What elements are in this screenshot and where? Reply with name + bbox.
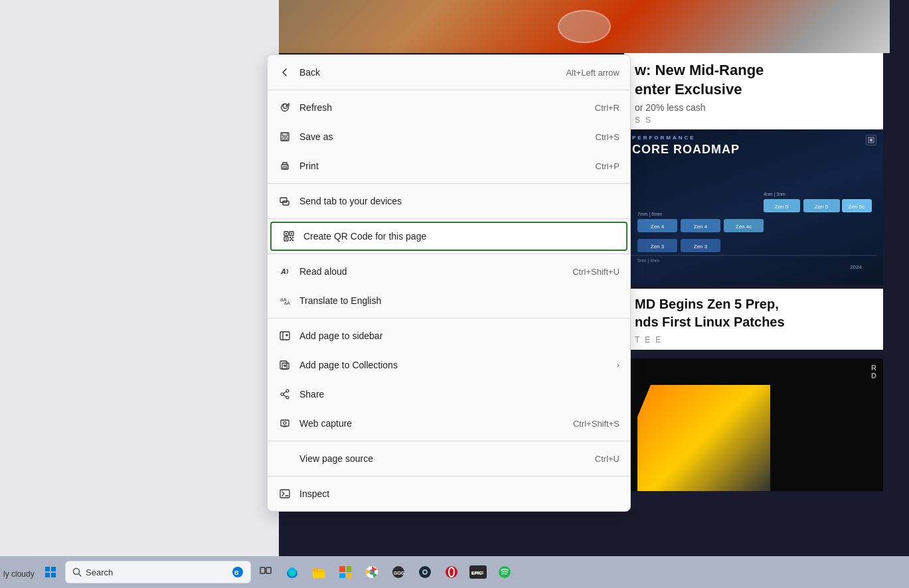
divider-6 (268, 441, 630, 441)
svg-point-54 (286, 390, 289, 392)
file-explorer-icon[interactable] (307, 560, 331, 584)
menu-item-refresh-shortcut: Ctrl+R (595, 103, 620, 113)
article-2-meta2: E (645, 335, 650, 344)
svg-text:GAMES: GAMES (471, 571, 484, 575)
svg-rect-42 (291, 238, 292, 240)
send-tab-icon (278, 194, 291, 208)
svg-text:aA: aA (284, 301, 290, 305)
menu-item-share-label: Share (299, 389, 620, 400)
menu-item-print[interactable]: Print Ctrl+P (268, 151, 630, 181)
menu-item-view-source-label: View page source (299, 453, 590, 464)
svg-rect-37 (286, 238, 287, 240)
svg-point-75 (289, 571, 295, 576)
menu-item-save-as-label: Save as (299, 131, 590, 142)
menu-item-add-sidebar-label: Add page to sidebar (299, 331, 620, 341)
steam-icon[interactable] (413, 560, 437, 584)
svg-text:Zen 3: Zen 3 (651, 244, 665, 250)
menu-item-send-tab-label: Send tab to your devices (299, 196, 620, 206)
menu-item-view-source[interactable]: View page source Ctrl+U (268, 444, 630, 473)
article-3-meta: RD (871, 364, 876, 380)
svg-rect-78 (339, 566, 345, 572)
svg-rect-39 (292, 237, 293, 238)
menu-item-refresh[interactable]: Refresh Ctrl+R (268, 93, 630, 122)
svg-point-55 (286, 396, 289, 399)
menu-item-add-collections[interactable]: Add page to Collections › (268, 350, 630, 380)
save-as-icon (278, 130, 291, 143)
svg-rect-61 (280, 490, 289, 498)
menu-item-send-tab[interactable]: Send tab to your devices (268, 186, 630, 216)
menu-item-add-collections-label: Add page to Collections (299, 360, 612, 370)
svg-point-60 (284, 422, 286, 425)
svg-rect-71 (260, 567, 265, 573)
taskbar-search-text: Search (86, 567, 228, 577)
svg-text:B: B (234, 569, 239, 576)
svg-rect-50 (280, 361, 287, 369)
svg-text:7mm | 6mm: 7mm | 6mm (637, 212, 662, 217)
article-2-meta3: E (655, 335, 661, 344)
article-2-title: MD Begins Zen 5 Prep,nds First Linux Pat… (635, 295, 872, 331)
menu-item-web-capture-shortcut: Ctrl+Shift+S (573, 419, 620, 429)
svg-text:2024: 2024 (850, 264, 862, 270)
left-content-area (0, 0, 279, 556)
menu-item-back[interactable]: Back Alt+Left arrow (268, 58, 630, 87)
svg-text:Zen 3: Zen 3 (694, 244, 708, 250)
article-2-panel: MD Begins Zen 5 Prep,nds First Linux Pat… (624, 289, 883, 350)
menu-item-read-aloud-shortcut: Ctrl+Shift+U (572, 267, 620, 277)
qr-icon (282, 230, 295, 243)
translate-icon: aA aA (278, 294, 291, 307)
menu-item-print-label: Print (299, 161, 590, 171)
svg-rect-38 (289, 237, 291, 238)
svg-rect-24 (282, 133, 288, 136)
svg-rect-64 (51, 567, 56, 571)
article-3-image: RD (624, 358, 883, 491)
epic-icon[interactable]: EPIC GAMES (466, 560, 490, 584)
menu-item-add-sidebar[interactable]: Add page to sidebar (268, 321, 630, 350)
divider-1 (268, 90, 630, 90)
taskbar: ly cloudy Search B (0, 556, 909, 588)
divider-4 (268, 254, 630, 254)
opera-icon[interactable] (440, 560, 463, 584)
svg-text:5nm | 4nm: 5nm | 4nm (637, 258, 659, 263)
svg-text:Zen 5c: Zen 5c (849, 204, 865, 210)
svg-text:Zen 5: Zen 5 (775, 204, 789, 210)
start-button[interactable] (39, 560, 62, 584)
svg-rect-80 (339, 573, 345, 578)
menu-item-translate[interactable]: aA aA Translate to English (268, 286, 630, 315)
svg-rect-33 (286, 233, 287, 234)
add-collections-arrow: › (617, 360, 620, 370)
read-aloud-icon: A (278, 265, 291, 278)
taskbar-search[interactable]: Search B (65, 561, 251, 583)
svg-rect-72 (266, 567, 271, 573)
menu-item-view-source-shortcut: Ctrl+U (595, 454, 620, 464)
gog-icon[interactable]: GOG (386, 560, 410, 584)
menu-item-refresh-label: Refresh (299, 102, 590, 113)
svg-rect-81 (347, 573, 351, 578)
svg-rect-65 (45, 573, 50, 577)
svg-rect-22 (870, 139, 872, 141)
chrome-icon[interactable] (360, 560, 384, 584)
menu-item-share[interactable]: Share (268, 380, 630, 409)
menu-item-print-shortcut: Ctrl+P (596, 161, 620, 171)
svg-point-29 (287, 165, 288, 166)
top-image-area (279, 0, 890, 53)
ms-store-icon[interactable] (333, 560, 357, 584)
menu-item-read-aloud[interactable]: A Read aloud Ctrl+Shift+U (268, 257, 630, 286)
svg-text:Zen 4c: Zen 4c (736, 224, 752, 230)
divider-2 (268, 183, 630, 184)
weather-label: ly cloudy (3, 569, 35, 579)
svg-rect-40 (289, 240, 291, 241)
task-view-button[interactable] (254, 560, 278, 584)
divider-5 (268, 318, 630, 319)
svg-rect-31 (283, 201, 289, 205)
bing-icon: B (232, 566, 244, 578)
menu-item-web-capture[interactable]: Web capture Ctrl+Shift+S (268, 409, 630, 438)
menu-item-save-as-shortcut: Ctrl+S (596, 132, 620, 142)
spotify-icon[interactable] (493, 560, 517, 584)
menu-item-inspect[interactable]: Inspect (268, 479, 630, 508)
menu-item-save-as[interactable]: Save as Ctrl+S (268, 122, 630, 151)
article-1-subtitle: or 20% less cash (635, 102, 872, 113)
menu-item-create-qr[interactable]: Create QR Code for this page (270, 222, 627, 251)
edge-icon[interactable] (280, 560, 304, 584)
add-sidebar-icon (278, 329, 291, 342)
svg-point-56 (281, 393, 284, 396)
